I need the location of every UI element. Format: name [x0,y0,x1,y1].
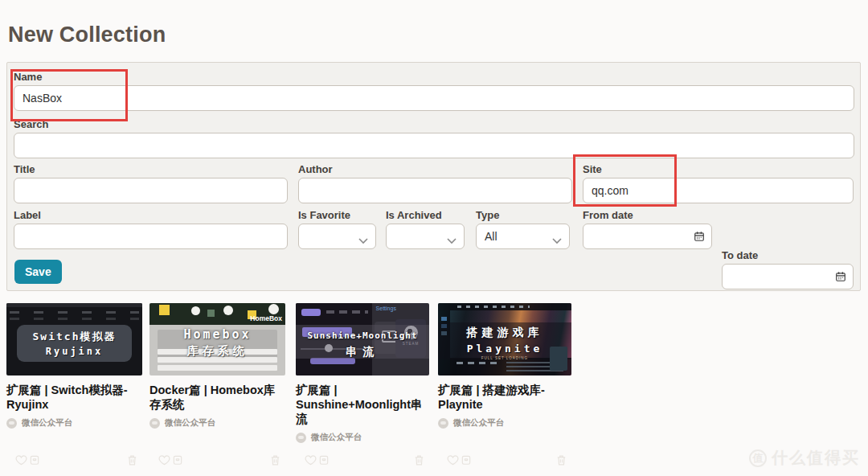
trash-icon[interactable] [127,454,137,470]
chevron-down-icon [447,234,457,247]
thumb-caption-box: Homebox 库存系统 [149,327,285,359]
trash-icon[interactable] [270,454,280,470]
is-archived-label: Is Archived [386,209,465,221]
site-input[interactable] [583,178,854,203]
chevron-down-icon [552,234,562,247]
label-input[interactable] [14,224,288,249]
link-source: 微信公众平台 [296,432,429,443]
thumb-decor: HomeBox [149,303,285,325]
chevron-down-icon [358,234,368,247]
wechat-icon [438,418,448,429]
calendar-icon[interactable] [835,271,846,285]
thumb-caption-line1: Homebox [149,327,285,342]
thumb-caption-line2: Ryujinx [46,346,104,357]
search-label: Search [14,118,854,130]
search-field-group: Search [14,118,854,158]
save-button[interactable]: Save [14,260,62,284]
thumb-brand-label: HomeBox [250,314,282,322]
thumb-decor [550,347,567,371]
wechat-icon [6,418,17,429]
from-date-label: From date [583,209,712,221]
link-title[interactable]: Docker篇 | Homebox库存系统 [149,383,285,412]
collection-form-panel: Name Search Title Author Site Label Is F… [6,62,861,291]
to-date-field-group: To date [722,249,854,289]
link-source-label: 微信公众平台 [311,432,362,443]
thumb-caption-line2: 串流 [296,345,429,359]
thumb-caption-line1: 搭建游戏库 [438,326,571,340]
type-label: Type [476,209,570,221]
thumb-decor [438,303,571,310]
card-actions [6,454,142,467]
from-date-field-group: From date [583,209,712,249]
link-thumbnail[interactable]: Settings STEAM Sunshine+Moonlight 串流 [296,303,429,375]
author-input[interactable] [298,178,572,203]
thumb-decor [10,318,139,320]
link-source: 微信公众平台 [6,417,142,429]
trash-icon[interactable] [414,454,424,470]
thumb-caption-line2: 库存系统 [149,344,285,359]
from-date-input[interactable] [583,224,712,249]
wechat-icon [149,418,160,429]
thumb-decor [6,303,142,307]
link-source-label: 微信公众平台 [165,417,215,429]
favorite-icon[interactable] [447,454,459,469]
label-field-group: Label [14,209,288,249]
thumb-decor [10,311,139,314]
link-thumbnail[interactable]: HomeBox Homebox 库存系统 [149,303,285,375]
archive-icon[interactable] [461,454,472,469]
link-card: 搭建游戏库 Playnite FULL SET LOADING 扩展篇 | 搭建… [438,303,571,470]
link-source: 微信公众平台 [149,417,285,429]
thumb-caption-box: Sunshine+Moonlight 串流 [296,327,429,359]
link-card: Settings STEAM Sunshine+Moonlight 串流 扩展篇… [296,303,429,470]
link-card: Switch模拟器 Ryujinx 扩展篇 | Switch模拟器-Ryujin… [6,303,142,470]
is-favorite-field-group: Is Favorite [298,209,376,249]
link-title[interactable]: 扩展篇 | Switch模拟器-Ryujinx [6,383,142,412]
to-date-input[interactable] [722,264,854,289]
author-field-group: Author [298,163,572,203]
calendar-icon[interactable] [694,231,705,245]
trash-icon[interactable] [556,454,567,470]
name-field-group: Name [14,71,854,111]
is-favorite-select[interactable] [298,224,376,249]
smzdm-watermark: 值 什么值得买 [749,447,860,469]
card-actions [296,454,429,467]
type-select[interactable]: All [476,224,570,249]
wechat-icon [296,433,306,443]
thumb-settings-label: Settings [376,306,396,311]
smzdm-watermark-text: 什么值得买 [772,447,860,469]
archive-icon[interactable] [172,454,183,469]
favorite-icon[interactable] [305,454,317,469]
page-title: New Collection [8,23,166,47]
title-label: Title [14,163,288,175]
archive-icon[interactable] [318,454,330,469]
is-favorite-label: Is Favorite [298,209,376,221]
search-input[interactable] [14,133,854,158]
to-date-label: To date [722,249,854,261]
type-field-group: Type All [476,209,570,249]
card-actions [149,454,285,467]
is-archived-field-group: Is Archived [386,209,465,249]
name-label: Name [14,71,854,83]
thumb-caption-line1: Switch模拟器 [33,330,117,344]
link-source-label: 微信公众平台 [453,417,504,429]
smzdm-logo-icon: 值 [749,449,767,467]
link-source-label: 微信公众平台 [22,417,72,429]
link-title[interactable]: 扩展篇 | 搭建游戏库-Playnite [438,383,571,412]
label-label: Label [14,209,288,221]
title-input[interactable] [14,178,288,203]
name-input[interactable] [14,85,854,111]
link-thumbnail[interactable]: Switch模拟器 Ryujinx [6,303,142,375]
link-source: 微信公众平台 [438,417,571,429]
thumb-caption-line1: Sunshine+Moonlight [307,330,417,341]
author-label: Author [298,163,572,175]
link-cards-row: Switch模拟器 Ryujinx 扩展篇 | Switch模拟器-Ryujin… [6,303,861,470]
archive-icon[interactable] [29,454,40,469]
link-title[interactable]: 扩展篇 | Sunshine+Moonlight串流 [296,383,429,426]
title-field-group: Title [14,163,288,203]
link-thumbnail[interactable]: 搭建游戏库 Playnite FULL SET LOADING [438,303,571,375]
is-archived-select[interactable] [386,224,465,249]
card-actions [438,454,571,467]
favorite-icon[interactable] [15,454,27,469]
site-label: Site [583,163,854,175]
favorite-icon[interactable] [158,454,170,469]
